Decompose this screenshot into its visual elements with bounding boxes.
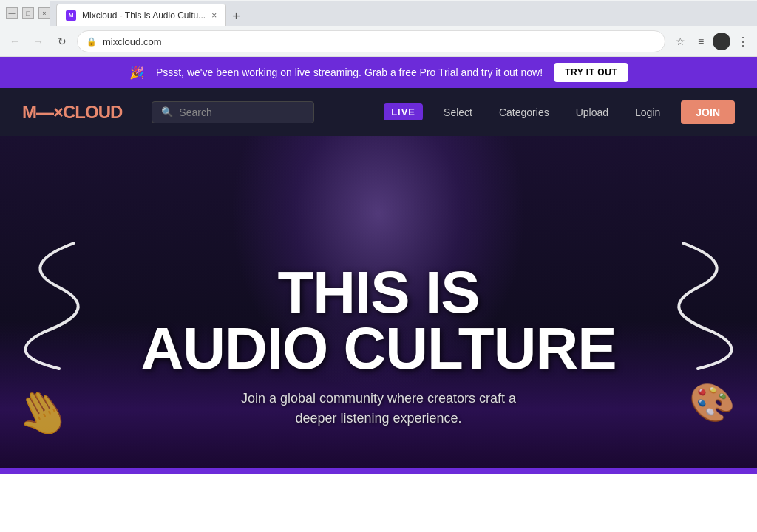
maximize-button[interactable]: □ (22, 7, 34, 19)
hero-subtitle-line1: Join a global community where creators c… (241, 391, 516, 406)
search-icon: 🔍 (161, 106, 173, 117)
squiggle-right (668, 228, 757, 376)
login-button[interactable]: Login (629, 103, 666, 121)
url-display: mixcloud.com (103, 36, 656, 47)
menu-button[interactable]: ⋮ (733, 33, 751, 50)
forward-button[interactable]: → (30, 33, 47, 50)
profile-avatar[interactable] (713, 33, 730, 50)
tab-favicon: M (66, 10, 76, 21)
active-tab[interactable]: M Mixcloud - This is Audio Cultu... × (56, 4, 226, 26)
hero-title: THIS IS AUDIO CULTURE (140, 265, 616, 377)
promo-text: Pssst, we've been working on live stream… (156, 66, 543, 78)
hero-title-line1: THIS IS (140, 265, 616, 321)
new-tab-button[interactable]: + (232, 10, 240, 26)
tab-bar: M Mixcloud - This is Audio Cultu... × + (50, 1, 757, 26)
search-box[interactable]: 🔍 (152, 101, 314, 123)
window-controls: — □ × (6, 7, 50, 19)
close-button[interactable]: × (38, 7, 50, 19)
squiggle-left (0, 228, 89, 376)
title-bar: — □ × M Mixcloud - This is Audio Cultu..… (0, 0, 757, 27)
back-button[interactable]: ← (6, 33, 24, 50)
address-bar[interactable]: 🔒 mixcloud.com (77, 30, 665, 52)
tab-title: Mixcloud - This is Audio Cultu... (82, 10, 206, 21)
browser-actions: ☆ ≡ ⋮ (671, 33, 751, 50)
tab-close-icon[interactable]: × (211, 10, 217, 21)
hero-content: THIS IS AUDIO CULTURE Join a global comm… (111, 265, 645, 429)
reload-button[interactable]: ↻ (53, 33, 71, 50)
hero-subtitle-line2: deeper listening experience. (295, 411, 461, 426)
try-it-out-button[interactable]: TRY IT OUT (554, 63, 628, 82)
hero-section: 🤚 🎨 THIS IS AUDIO CULTURE Join a global … (0, 136, 757, 468)
select-link[interactable]: Select (438, 103, 478, 121)
upload-link[interactable]: Upload (570, 103, 614, 121)
live-badge[interactable]: LIVE (384, 103, 423, 120)
extensions-icon[interactable]: ≡ (692, 33, 710, 50)
bottom-purple-bar (0, 468, 757, 474)
hero-title-line2: AUDIO CULTURE (140, 321, 616, 377)
browser-chrome: — □ × M Mixcloud - This is Audio Cultu..… (0, 0, 757, 57)
lock-icon: 🔒 (86, 37, 97, 47)
join-button[interactable]: JOIN (681, 100, 735, 124)
bookmark-icon[interactable]: ☆ (671, 33, 689, 50)
minimize-button[interactable]: — (6, 7, 18, 19)
main-nav: M—×CLOUD 🔍 LIVE Select Categories Upload… (0, 88, 757, 136)
search-input[interactable] (179, 106, 308, 118)
promo-banner: 🎉 Pssst, we've been working on live stre… (0, 57, 757, 88)
hero-subtitle: Join a global community where creators c… (140, 389, 616, 429)
right-colors: 🎨 (689, 381, 735, 424)
promo-emoji: 🎉 (129, 66, 144, 80)
address-bar-row: ← → ↻ 🔒 mixcloud.com ☆ ≡ ⋮ (0, 27, 757, 56)
logo[interactable]: M—×CLOUD (22, 102, 122, 123)
website: 🎉 Pssst, we've been working on live stre… (0, 57, 757, 474)
categories-link[interactable]: Categories (493, 103, 555, 121)
